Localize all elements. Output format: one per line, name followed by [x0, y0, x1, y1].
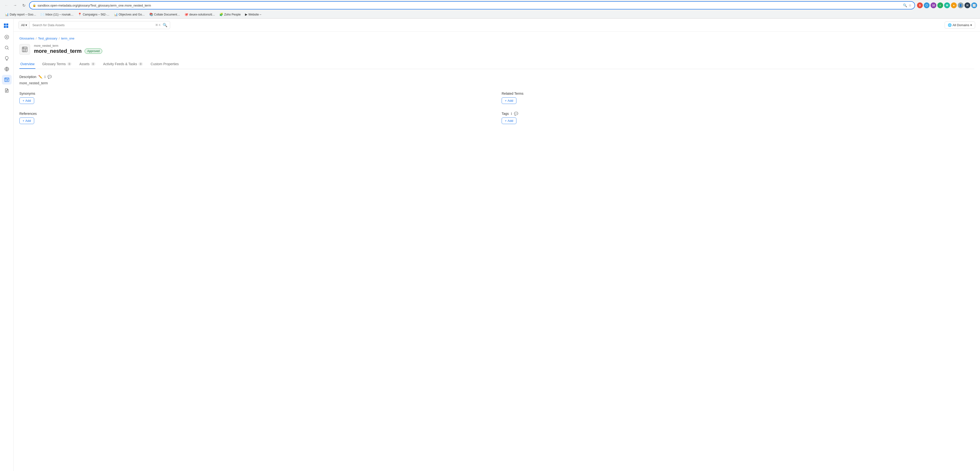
tags-add-label: Add: [508, 119, 513, 123]
related-terms-add-button[interactable]: + Add: [502, 97, 516, 104]
ext-tab[interactable]: ⬜: [971, 2, 977, 8]
tab-overview-label: Overview: [21, 62, 34, 66]
reload-button[interactable]: ↻: [21, 2, 27, 9]
bookmark-zoho[interactable]: 🧩 Zoho People: [217, 12, 243, 17]
globe-icon: 🌐: [948, 23, 951, 27]
forward-button[interactable]: →: [12, 2, 18, 9]
bookmark-icon: 🧩: [219, 13, 223, 16]
breadcrumb: Glossaries / Test_glossary / term_one: [19, 37, 974, 40]
search-input[interactable]: [32, 23, 153, 27]
tab-custom-properties[interactable]: Custom Properties: [150, 60, 180, 69]
ext-circle[interactable]: ●: [951, 2, 957, 8]
synonyms-label: Synonyms: [19, 92, 492, 95]
references-add-button[interactable]: + Add: [19, 118, 34, 124]
ext-person[interactable]: 👤: [958, 2, 964, 8]
plus-icon: +: [22, 99, 24, 102]
bookmark-deuex[interactable]: 🐙 deuex-solutions/d…: [183, 12, 217, 17]
entity-title-row: more_nested_term Approved: [34, 48, 974, 54]
sidebar-item-insights[interactable]: [2, 54, 12, 63]
sidebar-item-search[interactable]: [2, 43, 12, 53]
breadcrumb-term-one[interactable]: term_one: [61, 37, 75, 40]
tab-assets[interactable]: Assets 0: [78, 60, 96, 69]
references-section: References + Add: [19, 112, 492, 124]
breadcrumb-sep: /: [59, 37, 60, 40]
breadcrumb-glossaries[interactable]: Glossaries: [19, 37, 34, 40]
tab-glossary-terms-count: 0: [67, 62, 72, 66]
tab-activity-feeds[interactable]: Activity Feeds & Tasks 0: [102, 60, 144, 69]
filter-label: All: [21, 23, 24, 27]
bookmark-icon: 📚: [149, 13, 153, 16]
related-terms-section: Related Terms + Add: [502, 92, 974, 104]
entity-icon: [19, 44, 30, 55]
plus-icon: +: [22, 119, 24, 123]
sidebar-item-book[interactable]: [2, 86, 12, 95]
main-content: All ▾ ⌘ K 🔍 🌐 All Domains ▾: [14, 19, 980, 471]
references-add-label: Add: [25, 119, 31, 123]
entity-title: more_nested_term: [34, 48, 82, 54]
browser-extensions: S ⬡ 10 r M ● 👤 H ⬜: [917, 2, 977, 8]
sidebar-item-glossary[interactable]: [2, 75, 12, 84]
tab-overview[interactable]: Overview: [19, 60, 35, 69]
edit-description-icon[interactable]: ✏️: [38, 75, 42, 79]
bookmark-star-icon[interactable]: ☆: [908, 3, 912, 7]
address-bar-actions: 🔍 ☆: [903, 3, 912, 7]
bookmark-campaigns[interactable]: 📍 Campaigns – 562-…: [76, 12, 111, 17]
domains-button[interactable]: 🌐 All Domains ▾: [945, 22, 975, 29]
sidebar-item-domains[interactable]: [2, 64, 12, 74]
svg-rect-2: [4, 26, 6, 28]
ext-m[interactable]: M: [944, 2, 950, 8]
search-lens-icon[interactable]: 🔍: [903, 3, 907, 7]
sidebar: [0, 19, 14, 471]
back-button[interactable]: ←: [3, 2, 10, 9]
breadcrumb-test-glossary[interactable]: Test_glossary: [38, 37, 57, 40]
tab-assets-count: 0: [91, 62, 95, 66]
ext-s[interactable]: S: [917, 2, 923, 8]
ext-h[interactable]: H: [964, 2, 970, 8]
bookmark-label: Zoho People: [224, 13, 241, 16]
references-tags-row: References + Add Tags ℹ 💬 + Add: [19, 112, 974, 124]
sidebar-logo[interactable]: [2, 22, 12, 31]
tabs: Overview Glossary Terms 0 Assets 0 Activ…: [19, 60, 974, 69]
tags-add-button[interactable]: + Add: [502, 118, 516, 124]
ext-om[interactable]: ⬡: [924, 2, 930, 8]
bookmark-daily-report[interactable]: 📊 Daily report – Goo…: [3, 12, 38, 17]
search-input-wrap: ⌘ K 🔍: [30, 21, 170, 29]
bookmarks-bar: 📊 Daily report – Goo… ✉️ Inbox (11) – ro…: [0, 11, 980, 18]
svg-rect-0: [4, 24, 6, 25]
bookmark-objectives[interactable]: 📊 Objectves and Go…: [112, 12, 147, 17]
bookmark-collate[interactable]: 📚 Collate Document…: [147, 12, 182, 17]
synonyms-add-button[interactable]: + Add: [19, 97, 34, 104]
bookmark-label: Campaigns – 562-…: [83, 13, 109, 16]
synonyms-add-label: Add: [25, 99, 31, 102]
tab-custom-properties-label: Custom Properties: [151, 62, 179, 66]
sidebar-item-explore[interactable]: [2, 32, 12, 42]
url-input[interactable]: [38, 4, 902, 7]
ext-redir[interactable]: r: [937, 2, 943, 8]
bookmark-icon: 📊: [5, 13, 9, 16]
bookmark-label: deuex-solutions/d…: [189, 13, 215, 16]
browser-toolbar: ← → ↻ 🔒 🔍 ☆ S ⬡ 10 r M ● 👤 H ⬜: [0, 0, 980, 11]
bookmark-inbox[interactable]: ✉️ Inbox (11) – rounak…: [38, 12, 75, 17]
browser-chrome: ← → ↻ 🔒 🔍 ☆ S ⬡ 10 r M ● 👤 H ⬜ 📊 Daily r…: [0, 0, 980, 19]
tab-activity-feeds-label: Activity Feeds & Tasks: [103, 62, 137, 66]
search-icon-button[interactable]: 🔍: [162, 23, 167, 27]
top-bar: All ▾ ⌘ K 🔍 🌐 All Domains ▾: [14, 19, 980, 32]
search-shortcut: ⌘ K: [155, 24, 161, 27]
bookmark-icon: 🐙: [185, 13, 188, 16]
tags-info-icon[interactable]: ℹ: [511, 112, 512, 116]
bookmark-website[interactable]: ▶ Website –: [243, 12, 263, 17]
related-terms-add-label: Add: [508, 99, 513, 102]
svg-point-5: [5, 46, 8, 49]
description-chat-icon[interactable]: 💬: [48, 75, 52, 79]
related-terms-label: Related Terms: [502, 92, 974, 95]
tags-chat-icon[interactable]: 💬: [514, 112, 518, 116]
filter-dropdown[interactable]: All ▾: [19, 22, 30, 29]
tab-glossary-terms[interactable]: Glossary Terms 0: [41, 60, 72, 69]
bookmark-icon: 📍: [78, 13, 82, 16]
status-badge: Approved: [84, 48, 102, 54]
tags-label-row: Tags ℹ 💬: [502, 112, 974, 116]
bookmark-label: Objectves and Go…: [119, 13, 145, 16]
ext-10[interactable]: 10: [931, 2, 936, 8]
entity-breadcrumb-name: more_nested_term: [34, 44, 974, 48]
description-info-icon[interactable]: ℹ: [45, 75, 46, 79]
